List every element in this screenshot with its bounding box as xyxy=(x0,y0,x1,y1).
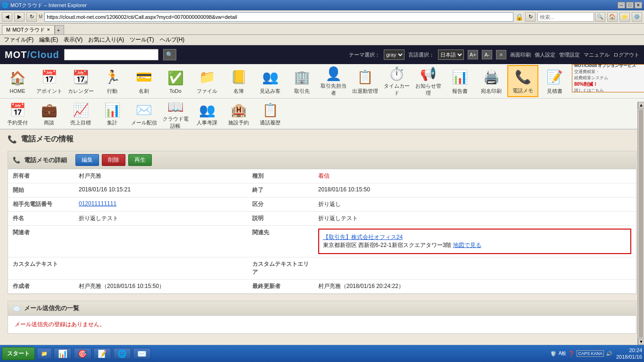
nav-icon-row2-予約受付[interactable]: 📅 予約受付 xyxy=(2,99,33,129)
restore-button[interactable]: □ xyxy=(626,2,634,8)
taskbar-word[interactable]: 📝 xyxy=(93,348,111,359)
nav-icon-label: 見込み客 xyxy=(260,88,281,95)
browser-search-button[interactable]: 🔍 xyxy=(595,12,605,22)
nav-icon-見積書[interactable]: 📝 見積書 xyxy=(539,65,570,97)
taskbar-ie[interactable]: 🌐 xyxy=(113,348,131,359)
nav-icon-row2-人事考課[interactable]: 👥 人事考課 xyxy=(191,99,223,129)
home-nav-button[interactable]: 🏠 xyxy=(607,12,618,22)
ad-line3: 経費精算システム xyxy=(574,75,644,81)
scrollbar-up-button[interactable]: ▲ xyxy=(638,102,644,108)
ad-banner[interactable]: MOT/Cloud オプションサービス 交通費精算・ 経費精算システム 80%削… xyxy=(572,64,644,92)
nav-icon-報告書[interactable]: 📊 報告書 xyxy=(444,65,475,97)
nav-icon-名刺[interactable]: 💳 名刺 xyxy=(128,65,159,97)
scrollbar-down-button[interactable]: ▼ xyxy=(638,338,644,345)
taskbar-excel[interactable]: 📊 xyxy=(54,348,72,359)
theme-select[interactable]: gray xyxy=(384,49,405,60)
menu-favorites[interactable]: お気に入り(A) xyxy=(88,36,124,44)
nav-icon-row2-クラウド電話帳[interactable]: 📖 クラウド電話帳 xyxy=(160,99,191,129)
minimize-button[interactable]: ─ xyxy=(618,2,625,8)
nav-icon-label: 行動 xyxy=(107,88,117,95)
print-link[interactable]: 画面印刷 xyxy=(510,51,531,58)
nav-icon-label: 施設予約 xyxy=(228,119,249,126)
nav-icon-取引先[interactable]: 🏢 取引先 xyxy=(286,65,317,97)
active-tab[interactable]: M MOTクラウド ✕ xyxy=(2,25,55,34)
nav-icon-label: ToDo xyxy=(169,88,182,94)
subject-value: 折り返しテスト xyxy=(74,212,248,226)
back-button[interactable]: ◀ xyxy=(2,12,12,22)
refresh-button2[interactable]: ↻ xyxy=(525,12,536,22)
nav-icon-電話メモ[interactable]: 📞 電話メモ xyxy=(507,65,538,97)
manual-link[interactable]: マニュアル xyxy=(584,51,610,58)
favorites-button[interactable]: ⭐ xyxy=(619,12,630,22)
nav-icon-ファイル[interactable]: 📁 ファイル xyxy=(191,65,223,97)
nav-icon-label: メール配信 xyxy=(131,119,157,126)
app-search-button[interactable]: 🔍 xyxy=(163,49,176,60)
nav-icon-出退勤管理[interactable]: 📋 出退勤管理 xyxy=(349,65,380,97)
edit-button[interactable]: 編集 xyxy=(75,154,99,166)
nav-icon-img: 📁 xyxy=(198,68,216,87)
personal-settings-link[interactable]: 個人設定 xyxy=(535,51,555,58)
close-button[interactable]: ✕ xyxy=(635,2,642,8)
menu-edit[interactable]: 編集(E) xyxy=(39,36,58,44)
nav-icon-取引先担当者[interactable]: 👤 取引先担当者 xyxy=(318,65,349,97)
related-dest-link[interactable]: 【取引先】株式会社オフィス24 xyxy=(323,234,403,240)
menu-tools[interactable]: ツール(T) xyxy=(130,36,154,44)
taskbar-file-explorer[interactable]: 📁 xyxy=(37,348,52,359)
nav-icon-名簿[interactable]: 📒 名簿 xyxy=(223,65,254,97)
nav-icon-HOME[interactable]: 🏠 HOME xyxy=(2,65,33,97)
subject-label: 件名 xyxy=(8,212,74,226)
forward-button[interactable]: ▶ xyxy=(14,12,25,22)
nav-icon-label: 売上目標 xyxy=(70,119,91,126)
scrollbar-thumb[interactable] xyxy=(639,109,643,337)
browser-search-input[interactable] xyxy=(537,12,594,22)
phone-link[interactable]: 012011111111 xyxy=(79,200,116,207)
nav-icon-row2-売上目標[interactable]: 📈 売上目標 xyxy=(65,99,96,129)
nav-icon-label: 取引先担当者 xyxy=(320,82,347,97)
play-button[interactable]: 再生 xyxy=(128,154,152,166)
nav-icon-カレンダー[interactable]: 📆 カレンダー xyxy=(65,65,96,97)
font-reset-button[interactable]: A xyxy=(496,50,506,59)
custom-text-area-value xyxy=(314,257,636,280)
nav-icon-label: タイムカード xyxy=(383,82,410,97)
delete-button[interactable]: 削除 xyxy=(102,154,125,166)
font-decrease-button[interactable]: A- xyxy=(482,50,492,59)
table-row: 開始 2018/01/16 10:15:21 終了 2018/01/16 10:… xyxy=(8,183,636,197)
nav-icon-行動[interactable]: 🏃 行動 xyxy=(97,65,128,97)
theme-label: テーマ選択： xyxy=(349,51,380,58)
nav-icon-見込み客[interactable]: 👥 見込み客 xyxy=(255,65,286,97)
taskbar: スタート 📁 📊 🎯 📝 🌐 ✉️ 🛡️ A般 ❓ CAPS KANA 🔊 20… xyxy=(0,345,644,362)
nav-icon-お知らせ管理[interactable]: 📢 お知らせ管理 xyxy=(413,65,444,97)
address-bar[interactable] xyxy=(44,12,513,22)
map-link[interactable]: 地図で見る xyxy=(453,242,481,248)
tools-nav-button[interactable]: ⚙️ xyxy=(632,12,642,22)
nav-icon-row2-通話履歴[interactable]: 📋 通話履歴 xyxy=(255,99,286,129)
nav-icon-タイムカード[interactable]: ⏱️ タイムカード xyxy=(381,65,412,97)
header-right: テーマ選択： gray 言語選択： 日本語 A+ A- A 画面印刷 個人設定 … xyxy=(349,49,639,60)
nav-icon-アポイント[interactable]: 📅 アポイント xyxy=(33,65,65,97)
nav-icon-row2-施設予約[interactable]: 🏨 施設予約 xyxy=(223,99,254,129)
nav-icon-img: ✅ xyxy=(166,68,185,87)
lang-select[interactable]: 日本語 xyxy=(438,49,464,60)
nav-icon-img: 🏢 xyxy=(292,68,311,87)
menu-file[interactable]: ファイル(F) xyxy=(4,36,33,44)
refresh-button[interactable]: ↻ xyxy=(26,12,37,22)
nav-icon-宛名印刷[interactable]: 🖨️ 宛名印刷 xyxy=(476,65,507,97)
menu-help[interactable]: ヘルプ(H) xyxy=(160,36,185,44)
font-increase-button[interactable]: A+ xyxy=(468,50,478,59)
new-tab-button[interactable]: + xyxy=(55,25,64,34)
keyboard-icon: A般 xyxy=(559,350,567,357)
nav-icon-row2-集計[interactable]: 📊 集計 xyxy=(97,99,128,129)
admin-settings-link[interactable]: 管理設定 xyxy=(559,51,580,58)
taskbar-mail[interactable]: ✉️ xyxy=(133,348,151,359)
logout-link[interactable]: ログアウト xyxy=(613,51,639,58)
nav-icon-row2-メール配信[interactable]: ✉️ メール配信 xyxy=(128,99,159,129)
nav-row1: 🏠 HOME 📅 アポイント 📆 カレンダー 🏃 行動 💳 名刺 ✅ ToDo … xyxy=(0,64,572,98)
menu-view[interactable]: 表示(V) xyxy=(64,36,83,44)
start-button[interactable]: スタート xyxy=(2,347,35,360)
nav-icon-row2-商談[interactable]: 💼 商談 xyxy=(33,99,65,129)
app-search-input[interactable] xyxy=(64,49,158,60)
taskbar-powerpoint[interactable]: 🎯 xyxy=(74,348,91,359)
nav-icon-ToDo[interactable]: ✅ ToDo xyxy=(160,65,191,97)
tab-close-button[interactable]: ✕ xyxy=(47,27,50,32)
main-scrollbar[interactable]: ▲ ▼ xyxy=(637,102,644,345)
